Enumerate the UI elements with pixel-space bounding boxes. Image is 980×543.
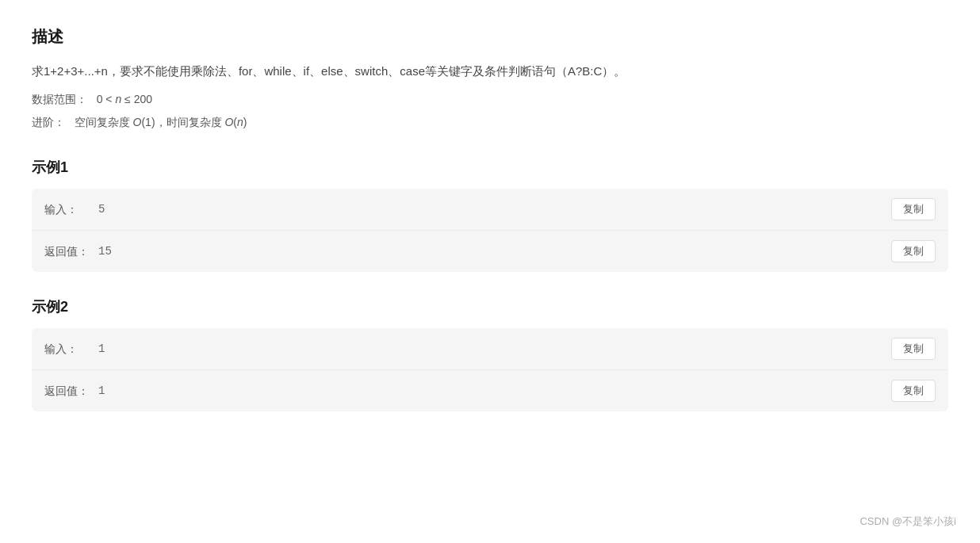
example1-output-value: 15 [98, 243, 112, 260]
advance-info: 进阶： 空间复杂度 O(1)，时间复杂度 O(n) [32, 113, 948, 132]
description-text: 求1+2+3+...+n，要求不能使用乘除法、for、while、if、else… [32, 60, 948, 82]
advance-label: 进阶： [32, 116, 65, 128]
example1-title: 示例1 [32, 156, 948, 179]
example2-box: 输入： 1 复制 返回值： 1 复制 [32, 328, 948, 411]
example2-output-left: 返回值： 1 [44, 382, 105, 400]
example2-input-copy-button[interactable]: 复制 [891, 338, 936, 360]
example1-input-label: 输入： [44, 201, 92, 218]
range-value: 0 < n ≤ 200 [90, 93, 152, 105]
description-section: 描述 求1+2+3+...+n，要求不能使用乘除法、for、while、if、e… [32, 24, 948, 132]
example1-output-row: 返回值： 15 复制 [32, 231, 948, 272]
example2-input-label: 输入： [44, 340, 92, 358]
example2-title: 示例2 [32, 296, 948, 319]
example1-input-copy-button[interactable]: 复制 [891, 198, 936, 220]
advance-value: 空间复杂度 O(1)，时间复杂度 O(n) [68, 116, 247, 128]
example1-section: 示例1 输入： 5 复制 返回值： 15 复制 [32, 156, 948, 272]
description-title: 描述 [32, 24, 948, 49]
range-label: 数据范围： [32, 93, 87, 105]
example1-input-row: 输入： 5 复制 [32, 189, 948, 231]
example1-output-copy-button[interactable]: 复制 [891, 240, 936, 262]
example2-output-copy-button[interactable]: 复制 [891, 380, 936, 402]
footer-watermark: CSDN @不是笨小孩i [859, 514, 956, 530]
example2-input-row: 输入： 1 复制 [32, 328, 948, 370]
example2-section: 示例2 输入： 1 复制 返回值： 1 复制 [32, 296, 948, 411]
example1-box: 输入： 5 复制 返回值： 15 复制 [32, 189, 948, 272]
range-info: 数据范围： 0 < n ≤ 200 [32, 90, 948, 109]
example2-output-label: 返回值： [44, 382, 92, 400]
example1-output-left: 返回值： 15 [44, 243, 112, 260]
example2-input-left: 输入： 1 [44, 340, 105, 358]
example2-output-row: 返回值： 1 复制 [32, 370, 948, 411]
example1-input-value: 5 [98, 201, 105, 218]
example2-output-value: 1 [98, 382, 105, 400]
example2-input-value: 1 [98, 340, 105, 358]
example1-input-left: 输入： 5 [44, 201, 105, 218]
example1-output-label: 返回值： [44, 243, 92, 260]
